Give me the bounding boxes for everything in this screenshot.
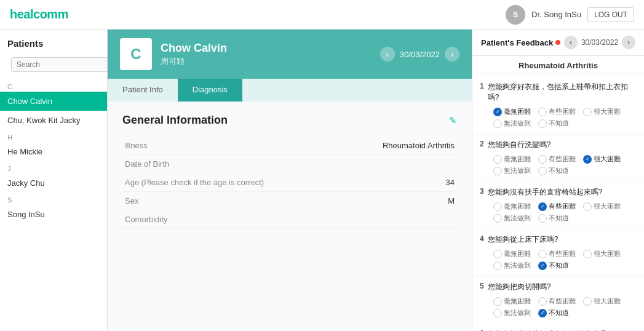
avatar: S	[506, 5, 525, 25]
section-c-label: C	[0, 79, 107, 92]
answer-option[interactable]: 無法做到	[490, 118, 535, 129]
empty-circle	[493, 309, 502, 317]
patient-info: Chow Calvin 周可顆	[161, 42, 227, 67]
check-circle	[493, 108, 502, 116]
patient-item-chu-kwok-kit[interactable]: Chu, Kwok Kit Jacky	[0, 111, 107, 130]
feedback-question: 4您能夠從上床下床嗎? 毫無困難 有些困難 很大困難 無法做到 不知道	[472, 229, 644, 277]
question-num: 2	[480, 140, 484, 150]
question-num: 3	[480, 187, 484, 197]
patient-item-chow-calvin[interactable]: Chow Calvin	[0, 92, 107, 111]
logout-button[interactable]: LOG OUT	[587, 7, 634, 22]
field-value: Rheumatoid Arthritis	[306, 137, 457, 155]
empty-circle	[493, 155, 502, 164]
answer-option[interactable]: 毫無困難	[490, 248, 535, 260]
edit-button[interactable]: ✎	[449, 115, 457, 126]
empty-circle	[493, 214, 502, 223]
answer-option[interactable]: 毫無困難	[490, 106, 535, 118]
layout: Patients 🔍 + C Chow Calvin Chu, Kwok Kit…	[0, 30, 644, 331]
field-label: Comorbidity	[122, 210, 306, 229]
section-s-label: S	[0, 193, 107, 205]
feedback-question: 6您能夠把滿的茶杯或水杯放到嘴邊嗎? 毫無困難 有些困難 很大困難 無法做到 不…	[472, 324, 644, 331]
answer-option[interactable]: 無法做到	[490, 165, 535, 177]
answer-option[interactable]: 有些困難	[535, 153, 579, 165]
patient-item-jacky-chu[interactable]: Jacky Chu	[0, 173, 107, 193]
patient-item-song-insu[interactable]: Song InSu	[0, 205, 107, 224]
patient-header: C Chow Calvin 周可顆 ‹ 30/03/2022 ›	[108, 30, 472, 79]
answer-option[interactable]: 毫無困難	[490, 295, 535, 307]
answer-option[interactable]: 無法做到	[490, 212, 535, 224]
check-circle	[538, 309, 547, 317]
empty-circle	[583, 250, 592, 258]
field-value: 34	[306, 173, 457, 192]
answer-option[interactable]: 很大困難	[579, 295, 624, 307]
patient-name-zh: 周可顆	[161, 56, 227, 67]
section-j-label: J	[0, 161, 107, 173]
date-nav: ‹ 30/03/2022 ›	[380, 47, 459, 62]
notification-dot	[555, 40, 560, 45]
patient-item-he-mickie[interactable]: He Mickie	[0, 142, 107, 161]
check-circle	[538, 261, 547, 270]
tabs: Patient Info Diagnosis	[108, 79, 472, 102]
patient-name-en: Chow Calvin	[161, 42, 227, 55]
answer-option[interactable]: 有些困難	[535, 248, 579, 260]
prev-date-button[interactable]: ‹	[380, 47, 395, 62]
check-circle	[583, 155, 592, 164]
answer-option[interactable]: 不知道	[535, 118, 573, 129]
answer-option[interactable]: 毫無困難	[490, 201, 535, 212]
answer-option[interactable]: 很大困難	[579, 248, 624, 260]
field-label: Age (Please check if the age is correct)	[122, 173, 306, 192]
feedback-questions: 1您能夠穿好衣服，包括系上鞋帶和扣上衣扣嗎? 毫無困難 有些困難 很大困難 無法…	[472, 73, 644, 331]
field-label: Illness	[122, 137, 306, 155]
feedback-date-nav: ‹ 30/03/2022 ›	[555, 36, 635, 49]
empty-circle	[493, 250, 502, 258]
search-bar: 🔍	[11, 57, 108, 72]
answer-option[interactable]: 無法做到	[490, 260, 535, 271]
tab-diagnosis[interactable]: Diagnosis	[178, 79, 242, 102]
info-table-row: IllnessRheumatoid Arthritis	[122, 137, 457, 155]
empty-circle	[493, 261, 502, 270]
answer-option[interactable]: 很大困難	[579, 201, 624, 212]
general-info-title: General Information	[122, 114, 228, 127]
feedback-title: Patient's Feedback	[481, 38, 553, 47]
feedback-date-text: 30/03/2022	[581, 38, 618, 47]
answer-option[interactable]: 不知道	[535, 307, 573, 319]
empty-circle	[538, 119, 547, 128]
answer-option[interactable]: 有些困難	[535, 201, 579, 212]
feedback-panel: Patient's Feedback ‹ 30/03/2022 › Rheuma…	[472, 30, 644, 331]
empty-circle	[583, 297, 592, 306]
answer-option[interactable]: 不知道	[535, 165, 573, 177]
feedback-subtitle: Rheumatoid Arthritis	[472, 56, 644, 73]
patient-header-left: C Chow Calvin 周可顆	[120, 38, 227, 70]
feedback-question: 3您能夠沒有扶手的直背椅站起來嗎? 毫無困難 有些困難 很大困難 無法做到 不知…	[472, 182, 644, 229]
sidebar-title: Patients	[0, 30, 107, 54]
question-num: 1	[480, 82, 484, 103]
answer-option[interactable]: 不知道	[535, 212, 573, 224]
feedback-prev-button[interactable]: ‹	[564, 36, 578, 49]
check-circle	[538, 202, 547, 211]
topnav-right: S Dr. Song InSu LOG OUT	[506, 5, 634, 25]
question-num: 5	[480, 282, 484, 292]
doctor-name: Dr. Song InSu	[531, 10, 581, 19]
answer-option[interactable]: 有些困難	[535, 106, 579, 118]
feedback-next-button[interactable]: ›	[622, 36, 635, 49]
answer-option[interactable]: 很大困難	[579, 153, 624, 165]
answer-option[interactable]: 有些困難	[535, 295, 579, 307]
logo: healcomm	[10, 7, 68, 22]
question-text: 您能夠從上床下床嗎?	[488, 234, 559, 245]
search-input[interactable]	[17, 60, 108, 69]
empty-circle	[493, 202, 502, 211]
tab-patient-info[interactable]: Patient Info	[108, 79, 178, 102]
answer-option[interactable]: 很大困難	[579, 106, 624, 118]
topnav: healcomm S Dr. Song InSu LOG OUT	[0, 0, 644, 30]
question-text: 您能夠穿好衣服，包括系上鞋帶和扣上衣扣嗎?	[488, 82, 637, 103]
answer-option[interactable]: 無法做到	[490, 307, 535, 319]
empty-circle	[538, 250, 547, 258]
main-content: C Chow Calvin 周可顆 ‹ 30/03/2022 › Patient…	[108, 30, 472, 331]
empty-circle	[538, 167, 547, 175]
answer-option[interactable]: 不知道	[535, 260, 573, 271]
empty-circle	[583, 108, 592, 116]
question-num: 4	[480, 234, 484, 245]
next-date-button[interactable]: ›	[445, 47, 459, 62]
info-table-row: SexM	[122, 192, 457, 210]
answer-option[interactable]: 毫無困難	[490, 153, 535, 165]
